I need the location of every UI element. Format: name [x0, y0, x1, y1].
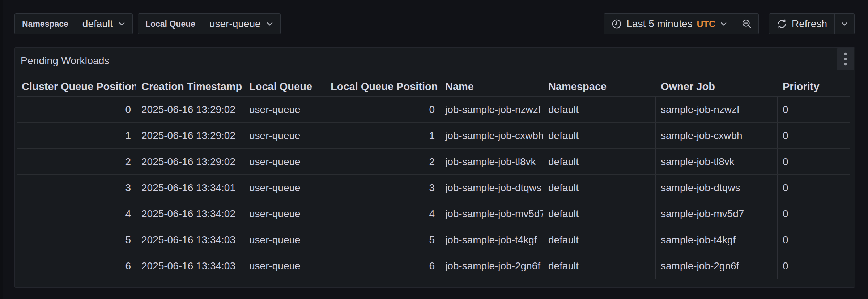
panel-menu-button[interactable]: [837, 48, 854, 70]
table-body: 02025-06-16 13:29:02user-queue0job-sampl…: [17, 97, 850, 279]
table-cell: 2025-06-16 13:34:02: [136, 201, 244, 227]
table-cell: user-queue: [244, 201, 326, 227]
table-cell: default: [543, 97, 656, 122]
variable-local-queue-select[interactable]: user-queue: [203, 14, 280, 34]
chevron-down-icon: [720, 20, 728, 28]
table-cell: user-queue: [244, 253, 326, 279]
panel-header: Pending Workloads: [15, 48, 855, 74]
table-cell: 2: [326, 149, 440, 174]
time-zoom-out-button[interactable]: [735, 14, 758, 34]
table-cell: 0: [778, 123, 850, 148]
table-cell: sample-job-mv5d7: [656, 201, 778, 227]
table-row: 42025-06-16 13:34:02user-queue4job-sampl…: [17, 201, 850, 227]
table-cell: 4: [326, 201, 440, 227]
pending-workloads-panel: Pending Workloads Cluster Queue Position…: [14, 47, 855, 288]
table-cell: 0: [778, 253, 850, 279]
chevron-down-icon: [266, 20, 274, 28]
variable-local-queue-label: Local Queue: [138, 14, 203, 34]
table-cell: 2025-06-16 13:34:03: [136, 227, 244, 253]
table-cell: 0: [778, 97, 850, 122]
table-cell: sample-job-dtqws: [656, 175, 778, 201]
table-row: 02025-06-16 13:29:02user-queue0job-sampl…: [17, 97, 850, 123]
column-header[interactable]: Local Queue: [244, 77, 326, 96]
table-row: 12025-06-16 13:29:02user-queue1job-sampl…: [17, 123, 850, 149]
table-cell: 2025-06-16 13:29:02: [136, 123, 244, 148]
refresh-group: Refresh: [769, 13, 855, 34]
chevron-down-icon: [841, 20, 848, 28]
table-cell: 3: [17, 175, 136, 201]
timezone-badge: UTC: [697, 19, 715, 29]
dashboard-controls: Namespace default Local Queue user-queue…: [14, 13, 855, 34]
chevron-down-icon: [118, 20, 126, 28]
table-cell: 5: [17, 227, 136, 253]
table-cell: 0: [778, 175, 850, 201]
table-cell: job-sample-job-tl8vk: [440, 149, 543, 174]
kebab-menu-icon: [844, 52, 847, 66]
clock-icon: [611, 18, 622, 29]
table-cell: 0: [778, 201, 850, 227]
time-range-label: Last 5 minutes: [626, 18, 692, 30]
table-row: 22025-06-16 13:29:02user-queue2job-sampl…: [17, 149, 850, 175]
table-cell: job-sample-job-cxwbh: [440, 123, 543, 148]
table-row: 52025-06-16 13:34:03user-queue5job-sampl…: [17, 227, 850, 253]
table-cell: 0: [17, 97, 136, 122]
variable-namespace-select[interactable]: default: [76, 14, 132, 34]
table-cell: user-queue: [244, 149, 326, 174]
column-header[interactable]: Priority: [778, 77, 850, 96]
time-range-button[interactable]: Last 5 minutes UTC: [604, 14, 735, 34]
table-cell: 0: [326, 97, 440, 122]
table-cell: 6: [17, 253, 136, 279]
table-cell: default: [543, 253, 656, 279]
table-cell: user-queue: [244, 175, 326, 201]
table-cell: job-sample-job-dtqws: [440, 175, 543, 201]
table-cell: 3: [326, 175, 440, 201]
variable-namespace: Namespace default: [14, 13, 133, 34]
panel-title: Pending Workloads: [21, 55, 110, 67]
column-header[interactable]: Cluster Queue Position: [17, 77, 136, 96]
table-cell: user-queue: [244, 97, 326, 122]
column-header[interactable]: Local Queue Position: [326, 77, 440, 96]
table-cell: 1: [17, 123, 136, 148]
table-cell: sample-job-cxwbh: [656, 123, 778, 148]
refresh-label: Refresh: [792, 18, 827, 30]
table-cell: sample-job-tl8vk: [656, 149, 778, 174]
table-cell: 5: [326, 227, 440, 253]
table-cell: 4: [17, 201, 136, 227]
table-cell: 1: [326, 123, 440, 148]
table-cell: job-sample-job-nzwzf: [440, 97, 543, 122]
refresh-interval-button[interactable]: [834, 14, 854, 34]
refresh-button[interactable]: Refresh: [769, 14, 834, 34]
table-cell: 2: [17, 149, 136, 174]
table-cell: user-queue: [244, 123, 326, 148]
table-cell: user-queue: [244, 227, 326, 253]
variable-namespace-label: Namespace: [15, 14, 76, 34]
column-header[interactable]: Name: [440, 77, 543, 96]
table-row: 62025-06-16 13:34:03user-queue6job-sampl…: [17, 253, 850, 279]
table-cell: 2025-06-16 13:29:02: [136, 149, 244, 174]
sidebar-edge: [0, 0, 3, 299]
table-cell: default: [543, 149, 656, 174]
column-header[interactable]: Namespace: [543, 77, 656, 96]
table-cell: default: [543, 201, 656, 227]
table-row: 32025-06-16 13:34:01user-queue3job-sampl…: [17, 175, 850, 201]
column-header[interactable]: Creation Timestamp: [136, 77, 244, 96]
zoom-out-icon: [741, 18, 753, 30]
refresh-sync-icon: [776, 18, 787, 29]
time-controls: Last 5 minutes UTC: [604, 13, 855, 34]
time-picker-group: Last 5 minutes UTC: [604, 13, 759, 34]
table-cell: 2025-06-16 13:34:01: [136, 175, 244, 201]
table-cell: default: [543, 227, 656, 253]
variable-local-queue-value: user-queue: [209, 18, 261, 30]
table-cell: default: [543, 175, 656, 201]
pending-workloads-table: Cluster Queue PositionCreation Timestamp…: [17, 77, 850, 279]
table-cell: 0: [778, 227, 850, 253]
table-cell: job-sample-job-mv5d7: [440, 201, 543, 227]
variable-namespace-value: default: [82, 18, 113, 30]
variable-local-queue: Local Queue user-queue: [138, 13, 281, 34]
table-cell: 6: [326, 253, 440, 279]
table-cell: 2025-06-16 13:29:02: [136, 97, 244, 122]
table-cell: job-sample-job-t4kgf: [440, 227, 543, 253]
table-cell: 0: [778, 149, 850, 174]
table-cell: job-sample-job-2gn6f: [440, 253, 543, 279]
column-header[interactable]: Owner Job: [656, 77, 778, 96]
